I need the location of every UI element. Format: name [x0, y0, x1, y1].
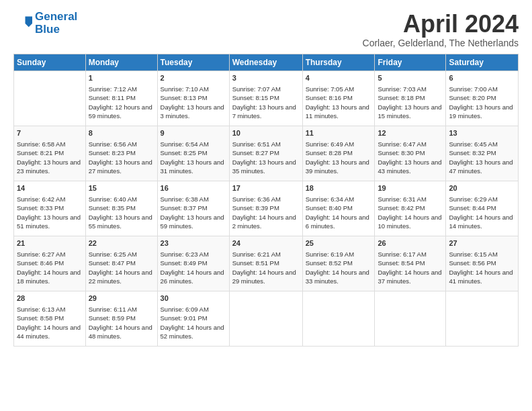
- logo-icon: [13, 14, 32, 33]
- calendar-cell: 2Sunrise: 7:10 AMSunset: 8:13 PMDaylight…: [157, 71, 229, 126]
- daylight-text: Daylight: 14 hours and 22 minutes.: [89, 269, 152, 285]
- calendar-cell: 17Sunrise: 6:36 AMSunset: 8:39 PMDayligh…: [229, 181, 302, 236]
- sunset-text: Sunset: 8:33 PM: [17, 204, 64, 212]
- daylight-text: Daylight: 13 hours and 23 minutes.: [17, 158, 81, 175]
- calendar-cell: 6Sunrise: 7:00 AMSunset: 8:20 PMDaylight…: [446, 71, 519, 126]
- sunset-text: Sunset: 8:39 PM: [232, 204, 279, 212]
- sunrise-text: Sunrise: 6:36 AM: [232, 195, 281, 203]
- day-number: 23: [161, 238, 226, 248]
- calendar-cell: 22Sunrise: 6:25 AMSunset: 8:47 PMDayligh…: [85, 236, 157, 291]
- daylight-text: Daylight: 13 hours and 11 minutes.: [306, 103, 369, 120]
- calendar-cell: 18Sunrise: 6:34 AMSunset: 8:40 PMDayligh…: [302, 181, 375, 236]
- calendar-cell: 11Sunrise: 6:49 AMSunset: 8:28 PMDayligh…: [302, 126, 375, 181]
- day-header-thursday: Thursday: [302, 54, 375, 71]
- sunrise-text: Sunrise: 7:10 AM: [161, 85, 209, 93]
- sunset-text: Sunset: 8:56 PM: [449, 259, 496, 267]
- day-number: 11: [306, 128, 372, 138]
- daylight-text: Daylight: 13 hours and 59 minutes.: [161, 214, 224, 230]
- daylight-text: Daylight: 13 hours and 31 minutes.: [161, 158, 224, 175]
- day-number: 24: [232, 238, 300, 248]
- sunset-text: Sunset: 8:11 PM: [89, 94, 136, 101]
- sunrise-text: Sunrise: 6:47 AM: [378, 140, 426, 148]
- calendar-cell: 19Sunrise: 6:31 AMSunset: 8:42 PMDayligh…: [375, 181, 446, 236]
- header: General Blue April 2024 Corlaer, Gelderl…: [13, 11, 519, 48]
- day-header-monday: Monday: [85, 54, 157, 71]
- day-number: 14: [17, 183, 83, 193]
- daylight-text: Daylight: 14 hours and 26 minutes.: [161, 269, 224, 285]
- day-number: 6: [449, 73, 515, 83]
- sunset-text: Sunset: 8:32 PM: [449, 149, 496, 156]
- calendar-cell: 13Sunrise: 6:45 AMSunset: 8:32 PMDayligh…: [446, 126, 519, 181]
- day-number: 2: [161, 73, 226, 83]
- daylight-text: Daylight: 14 hours and 29 minutes.: [232, 269, 296, 285]
- week-row-1: 1Sunrise: 7:12 AMSunset: 8:11 PMDaylight…: [14, 71, 519, 126]
- day-number: 29: [89, 293, 154, 304]
- sunset-text: Sunset: 8:20 PM: [449, 94, 496, 101]
- day-header-tuesday: Tuesday: [157, 54, 229, 71]
- calendar-cell: 21Sunrise: 6:27 AMSunset: 8:46 PMDayligh…: [14, 236, 86, 291]
- sunrise-text: Sunrise: 6:23 AM: [161, 250, 209, 258]
- sunset-text: Sunset: 8:59 PM: [89, 314, 136, 322]
- sunrise-text: Sunrise: 6:11 AM: [89, 306, 137, 313]
- calendar-cell: 4Sunrise: 7:05 AMSunset: 8:16 PMDaylight…: [302, 71, 375, 126]
- daylight-text: Daylight: 13 hours and 47 minutes.: [449, 158, 513, 175]
- sunset-text: Sunset: 8:25 PM: [161, 149, 208, 156]
- calendar-cell: 30Sunrise: 6:09 AMSunset: 9:01 PMDayligh…: [157, 291, 229, 346]
- daylight-text: Daylight: 13 hours and 51 minutes.: [17, 214, 81, 230]
- day-header-saturday: Saturday: [446, 54, 519, 71]
- daylight-text: Daylight: 13 hours and 7 minutes.: [232, 103, 296, 120]
- svg-marker-1: [26, 16, 33, 24]
- sunset-text: Sunset: 8:30 PM: [378, 149, 425, 156]
- sunrise-text: Sunrise: 6:15 AM: [449, 250, 497, 258]
- calendar-cell: 15Sunrise: 6:40 AMSunset: 8:35 PMDayligh…: [85, 181, 157, 236]
- calendar-cell: 5Sunrise: 7:03 AMSunset: 8:18 PMDaylight…: [375, 71, 446, 126]
- calendar-cell: [302, 291, 375, 346]
- week-row-2: 7Sunrise: 6:58 AMSunset: 8:21 PMDaylight…: [14, 126, 519, 181]
- day-number: 1: [89, 73, 154, 83]
- sunset-text: Sunset: 8:13 PM: [161, 94, 208, 101]
- daylight-text: Daylight: 14 hours and 2 minutes.: [232, 214, 296, 230]
- sunrise-text: Sunrise: 6:29 AM: [449, 195, 497, 203]
- subtitle: Corlaer, Gelderland, The Netherlands: [363, 38, 519, 48]
- day-number: 7: [17, 128, 83, 138]
- sunrise-text: Sunrise: 6:45 AM: [449, 140, 497, 148]
- sunrise-text: Sunrise: 6:34 AM: [306, 195, 354, 203]
- week-row-5: 28Sunrise: 6:13 AMSunset: 8:58 PMDayligh…: [14, 291, 519, 346]
- sunrise-text: Sunrise: 7:00 AM: [449, 85, 497, 93]
- day-number: 8: [89, 128, 154, 138]
- daylight-text: Daylight: 14 hours and 33 minutes.: [306, 269, 369, 285]
- sunrise-text: Sunrise: 6:49 AM: [306, 140, 354, 148]
- day-number: 25: [306, 238, 372, 248]
- calendar-cell: 3Sunrise: 7:07 AMSunset: 8:15 PMDaylight…: [229, 71, 302, 126]
- calendar-cell: 25Sunrise: 6:19 AMSunset: 8:52 PMDayligh…: [302, 236, 375, 291]
- daylight-text: Daylight: 14 hours and 10 minutes.: [378, 214, 441, 230]
- sunrise-text: Sunrise: 6:17 AM: [378, 250, 426, 258]
- day-number: 18: [306, 183, 372, 193]
- day-number: 13: [449, 128, 515, 138]
- daylight-text: Daylight: 13 hours and 27 minutes.: [89, 158, 152, 175]
- day-header-sunday: Sunday: [14, 54, 86, 71]
- month-title: April 2024: [363, 11, 519, 38]
- sunset-text: Sunset: 8:44 PM: [449, 204, 496, 212]
- sunset-text: Sunset: 8:51 PM: [232, 259, 279, 267]
- sunrise-text: Sunrise: 6:38 AM: [161, 195, 209, 203]
- daylight-text: Daylight: 13 hours and 3 minutes.: [161, 103, 224, 120]
- calendar-cell: 10Sunrise: 6:51 AMSunset: 8:27 PMDayligh…: [229, 126, 302, 181]
- header-row: SundayMondayTuesdayWednesdayThursdayFrid…: [14, 54, 519, 71]
- calendar-cell: [375, 291, 446, 346]
- sunset-text: Sunset: 8:18 PM: [378, 94, 425, 101]
- day-number: 27: [449, 238, 515, 248]
- sunrise-text: Sunrise: 7:07 AM: [232, 85, 281, 93]
- calendar-cell: 12Sunrise: 6:47 AMSunset: 8:30 PMDayligh…: [375, 126, 446, 181]
- day-number: 12: [378, 128, 443, 138]
- sunrise-text: Sunrise: 6:31 AM: [378, 195, 426, 203]
- day-number: 4: [306, 73, 372, 83]
- sunset-text: Sunset: 8:21 PM: [17, 149, 64, 156]
- day-header-wednesday: Wednesday: [229, 54, 302, 71]
- logo: General Blue: [13, 11, 77, 36]
- sunset-text: Sunset: 8:40 PM: [306, 204, 353, 212]
- day-number: 19: [378, 183, 443, 193]
- calendar-cell: [14, 71, 86, 126]
- sunrise-text: Sunrise: 7:12 AM: [89, 85, 137, 93]
- calendar-cell: [229, 291, 302, 346]
